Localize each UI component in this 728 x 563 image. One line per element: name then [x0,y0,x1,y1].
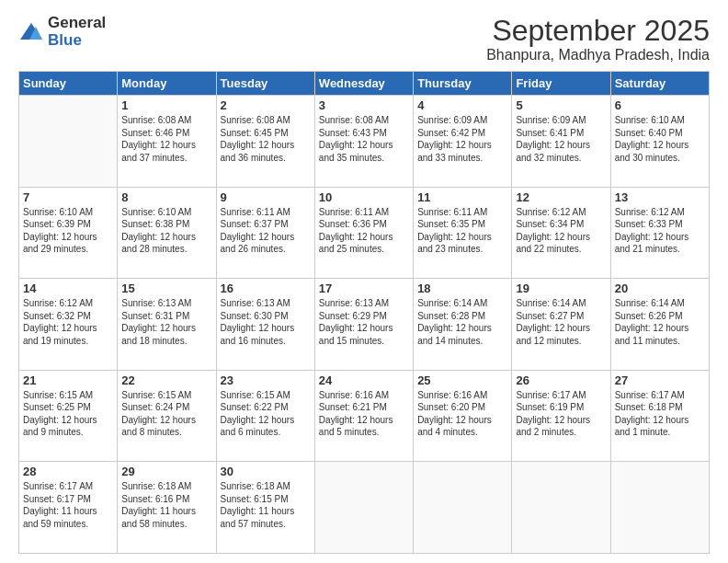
day-info: Sunrise: 6:12 AM Sunset: 6:32 PM Dayligh… [23,297,113,347]
cell-w3-d4: 17Sunrise: 6:13 AM Sunset: 6:29 PM Dayli… [314,279,413,371]
day-number: 11 [417,190,507,204]
day-number: 17 [319,282,409,295]
header: General Blue September 2025 Bhanpura, Ma… [18,15,710,63]
day-info: Sunrise: 6:12 AM Sunset: 6:34 PM Dayligh… [516,206,606,256]
cell-w4-d1: 21Sunrise: 6:15 AM Sunset: 6:25 PM Dayli… [19,370,118,462]
day-number: 18 [417,282,507,295]
day-info: Sunrise: 6:14 AM Sunset: 6:27 PM Dayligh… [516,297,606,347]
week-row-4: 21Sunrise: 6:15 AM Sunset: 6:25 PM Dayli… [19,370,710,462]
logo-blue-text: Blue [48,32,106,50]
cell-w4-d6: 26Sunrise: 6:17 AM Sunset: 6:19 PM Dayli… [512,370,610,462]
day-info: Sunrise: 6:16 AM Sunset: 6:21 PM Dayligh… [319,389,409,439]
cell-w2-d5: 11Sunrise: 6:11 AM Sunset: 6:35 PM Dayli… [414,187,512,279]
logo-text: General Blue [48,15,106,49]
col-monday: Monday [118,72,216,96]
header-row: Sunday Monday Tuesday Wednesday Thursday… [19,72,710,96]
day-number: 28 [23,465,113,478]
day-number: 22 [121,373,211,387]
cell-w3-d3: 16Sunrise: 6:13 AM Sunset: 6:30 PM Dayli… [216,279,314,371]
day-number: 2 [221,98,311,112]
cell-w5-d5 [414,462,512,554]
day-number: 9 [221,190,311,204]
day-number: 14 [23,282,113,295]
day-info: Sunrise: 6:08 AM Sunset: 6:45 PM Dayligh… [221,114,311,164]
day-number: 21 [23,373,113,387]
col-saturday: Saturday [610,72,709,96]
cell-w4-d2: 22Sunrise: 6:15 AM Sunset: 6:24 PM Dayli… [118,370,216,462]
calendar-subtitle: Bhanpura, Madhya Pradesh, India [486,47,710,63]
day-number: 8 [121,190,211,204]
day-number: 3 [319,98,409,112]
cell-w2-d1: 7Sunrise: 6:10 AM Sunset: 6:39 PM Daylig… [19,187,118,279]
day-info: Sunrise: 6:18 AM Sunset: 6:15 PM Dayligh… [221,480,311,530]
cell-w2-d6: 12Sunrise: 6:12 AM Sunset: 6:34 PM Dayli… [512,187,610,279]
cell-w3-d6: 19Sunrise: 6:14 AM Sunset: 6:27 PM Dayli… [512,279,610,371]
day-info: Sunrise: 6:14 AM Sunset: 6:28 PM Dayligh… [417,297,507,347]
day-info: Sunrise: 6:09 AM Sunset: 6:41 PM Dayligh… [516,114,606,164]
day-info: Sunrise: 6:13 AM Sunset: 6:31 PM Dayligh… [121,297,211,347]
day-info: Sunrise: 6:09 AM Sunset: 6:42 PM Dayligh… [417,114,507,164]
day-number: 7 [23,190,113,204]
day-info: Sunrise: 6:17 AM Sunset: 6:17 PM Dayligh… [23,480,113,530]
day-info: Sunrise: 6:18 AM Sunset: 6:16 PM Dayligh… [121,480,211,530]
cell-w2-d3: 9Sunrise: 6:11 AM Sunset: 6:37 PM Daylig… [216,187,314,279]
day-info: Sunrise: 6:13 AM Sunset: 6:30 PM Dayligh… [221,297,311,347]
cell-w1-d5: 4Sunrise: 6:09 AM Sunset: 6:42 PM Daylig… [414,96,512,188]
cell-w1-d6: 5Sunrise: 6:09 AM Sunset: 6:41 PM Daylig… [512,96,610,188]
cell-w1-d3: 2Sunrise: 6:08 AM Sunset: 6:45 PM Daylig… [216,96,314,188]
day-number: 26 [516,373,606,387]
day-number: 6 [615,98,705,112]
cell-w4-d5: 25Sunrise: 6:16 AM Sunset: 6:20 PM Dayli… [414,370,512,462]
cell-w5-d2: 29Sunrise: 6:18 AM Sunset: 6:16 PM Dayli… [118,462,216,554]
cell-w5-d4 [314,462,413,554]
day-info: Sunrise: 6:16 AM Sunset: 6:20 PM Dayligh… [417,389,507,439]
col-friday: Friday [512,72,610,96]
cell-w4-d7: 27Sunrise: 6:17 AM Sunset: 6:18 PM Dayli… [610,370,709,462]
week-row-3: 14Sunrise: 6:12 AM Sunset: 6:32 PM Dayli… [19,279,710,371]
page: General Blue September 2025 Bhanpura, Ma… [0,0,728,563]
cell-w5-d3: 30Sunrise: 6:18 AM Sunset: 6:15 PM Dayli… [216,462,314,554]
week-row-5: 28Sunrise: 6:17 AM Sunset: 6:17 PM Dayli… [19,462,710,554]
cell-w4-d3: 23Sunrise: 6:15 AM Sunset: 6:22 PM Dayli… [216,370,314,462]
day-info: Sunrise: 6:08 AM Sunset: 6:43 PM Dayligh… [319,114,409,164]
col-tuesday: Tuesday [216,72,314,96]
calendar-table: Sunday Monday Tuesday Wednesday Thursday… [18,71,710,554]
day-info: Sunrise: 6:14 AM Sunset: 6:26 PM Dayligh… [615,297,705,347]
day-number: 23 [221,373,311,387]
cell-w5-d7 [610,462,709,554]
title-area: September 2025 Bhanpura, Madhya Pradesh,… [486,15,710,63]
day-info: Sunrise: 6:17 AM Sunset: 6:19 PM Dayligh… [516,389,606,439]
logo-icon [18,19,44,45]
cell-w1-d2: 1Sunrise: 6:08 AM Sunset: 6:46 PM Daylig… [118,96,216,188]
col-sunday: Sunday [19,72,118,96]
day-number: 4 [417,98,507,112]
cell-w4-d4: 24Sunrise: 6:16 AM Sunset: 6:21 PM Dayli… [314,370,413,462]
day-number: 15 [121,282,211,295]
logo: General Blue [18,15,106,49]
day-number: 13 [615,190,705,204]
cell-w1-d4: 3Sunrise: 6:08 AM Sunset: 6:43 PM Daylig… [314,96,413,188]
cell-w1-d7: 6Sunrise: 6:10 AM Sunset: 6:40 PM Daylig… [610,96,709,188]
cell-w2-d7: 13Sunrise: 6:12 AM Sunset: 6:33 PM Dayli… [610,187,709,279]
cell-w3-d5: 18Sunrise: 6:14 AM Sunset: 6:28 PM Dayli… [414,279,512,371]
day-number: 16 [221,282,311,295]
day-info: Sunrise: 6:10 AM Sunset: 6:39 PM Dayligh… [23,206,113,256]
day-info: Sunrise: 6:10 AM Sunset: 6:38 PM Dayligh… [121,206,211,256]
day-info: Sunrise: 6:15 AM Sunset: 6:24 PM Dayligh… [121,389,211,439]
logo-general-text: General [48,15,106,32]
day-number: 24 [319,373,409,387]
cell-w5-d6 [512,462,610,554]
cell-w5-d1: 28Sunrise: 6:17 AM Sunset: 6:17 PM Dayli… [19,462,118,554]
day-info: Sunrise: 6:10 AM Sunset: 6:40 PM Dayligh… [615,114,705,164]
day-number: 10 [319,190,409,204]
day-info: Sunrise: 6:17 AM Sunset: 6:18 PM Dayligh… [615,389,705,439]
day-number: 19 [516,282,606,295]
cell-w1-d1 [19,96,118,188]
cell-w3-d1: 14Sunrise: 6:12 AM Sunset: 6:32 PM Dayli… [19,279,118,371]
week-row-1: 1Sunrise: 6:08 AM Sunset: 6:46 PM Daylig… [19,96,710,188]
col-wednesday: Wednesday [314,72,413,96]
day-info: Sunrise: 6:12 AM Sunset: 6:33 PM Dayligh… [615,206,705,256]
day-number: 27 [615,373,705,387]
day-number: 25 [417,373,507,387]
cell-w2-d4: 10Sunrise: 6:11 AM Sunset: 6:36 PM Dayli… [314,187,413,279]
